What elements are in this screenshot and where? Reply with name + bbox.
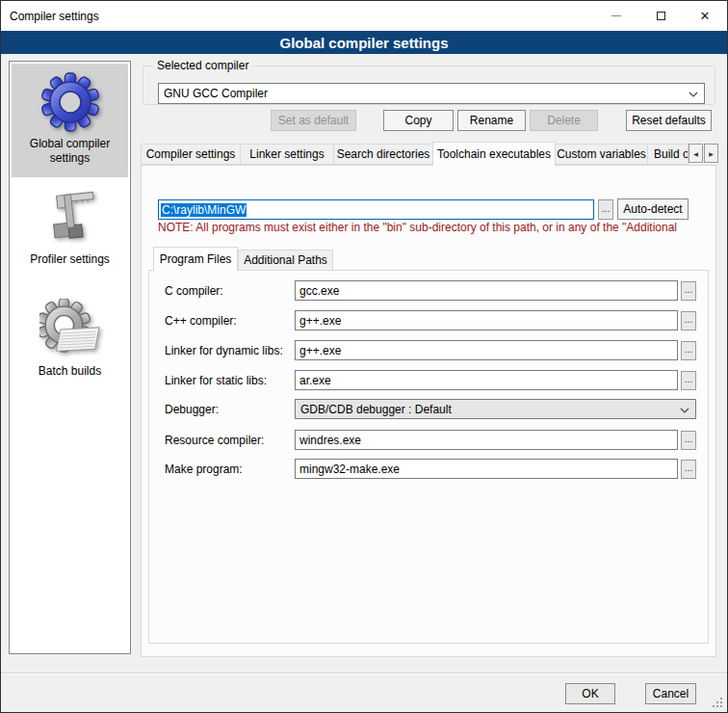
auto-detect-button[interactable]: Auto-detect [617,198,689,220]
sidebar-item-global-compiler-settings[interactable]: Global compiler settings [12,64,128,177]
set-as-default-button[interactable]: Set as default [271,110,356,131]
form-row-static-linker: Linker for static libs: ... [148,370,709,391]
c-compiler-input[interactable] [295,280,678,301]
maximize-button[interactable] [638,1,683,31]
footer-divider [1,673,728,673]
arrow-left-icon: ◀ [693,150,698,157]
selected-compiler-value: GNU GCC Compiler [164,87,268,100]
sidebar-item-profiler-settings[interactable]: Profiler settings [12,177,128,285]
tab-compiler-settings[interactable]: Compiler settings [141,144,241,165]
field-label: C++ compiler: [165,314,237,328]
form-row-c-compiler: C compiler: ... [148,280,709,302]
dynamic-linker-browse-button[interactable]: ... [681,341,696,360]
chevron-down-icon [680,408,689,413]
note-text: NOTE: All programs must exist either in … [158,221,708,236]
selected-compiler-group-label: Selected compiler [153,59,252,72]
sidebar-item-batch-builds[interactable]: Batch builds [12,285,128,410]
ok-button[interactable]: OK [565,683,615,704]
close-button[interactable]: ✕ [683,1,727,31]
make-program-browse-button[interactable]: ... [681,460,696,479]
installation-directory-input[interactable]: C:\raylib\MinGW [158,199,594,220]
minimize-button[interactable] [594,1,638,31]
window-title: Compiler settings [10,10,99,23]
caption-buttons: ✕ [594,1,727,31]
chevron-down-icon [689,92,698,97]
minimize-icon [611,15,621,16]
make-program-input[interactable] [295,459,678,479]
form-row-debugger: Debugger: GDB/CDB debugger : Default [148,399,709,420]
selected-compiler-dropdown[interactable]: GNU GCC Compiler [158,83,705,104]
cpp-compiler-browse-button[interactable]: ... [681,311,696,330]
arrow-right-icon: ▶ [709,150,714,157]
tab-build-options[interactable]: Build options [647,144,689,165]
installation-directory-value: C:\raylib\MinGW [161,203,247,217]
compiler-settings-window: Compiler settings ✕ Global compiler sett… [0,0,728,713]
blue-gear-icon [39,71,101,133]
tab-toolchain-executables[interactable]: Toolchain executables [432,142,556,166]
resource-compiler-input[interactable] [295,430,678,450]
tab-search-directories[interactable]: Search directories [333,144,433,165]
close-icon: ✕ [700,10,711,22]
form-row-dynamic-linker: Linker for dynamic libs: ... [148,340,709,361]
rename-button[interactable]: Rename [457,110,526,131]
caliper-icon [39,187,101,249]
selected-compiler-group: Selected compiler GNU GCC Compiler [143,66,715,105]
sidebar-item-label: Profiler settings [17,252,123,267]
tab-scroll-right-button[interactable]: ▶ [704,144,718,163]
field-label: Linker for dynamic libs: [165,344,283,357]
titlebar: Compiler settings ✕ [1,1,727,31]
resource-compiler-browse-button[interactable]: ... [681,431,696,450]
dialog-header: Global compiler settings [1,31,727,54]
cancel-button[interactable]: Cancel [645,683,696,704]
settings-category-list: Global compiler settings Profiler settin… [9,61,131,654]
dialog-header-title: Global compiler settings [279,35,448,51]
form-row-resource-compiler: Resource compiler: ... [148,430,709,451]
tab-custom-variables[interactable]: Custom variables [555,144,648,165]
tab-scroll-left-button[interactable]: ◀ [689,144,703,163]
directory-browse-button[interactable]: ... [598,199,613,220]
debugger-select[interactable]: GDB/CDB debugger : Default [295,399,696,419]
static-linker-browse-button[interactable]: ... [681,371,696,390]
copy-button[interactable]: Copy [383,110,454,131]
field-label: Resource compiler: [165,434,264,447]
field-label: Make program: [165,462,243,476]
sidebar-item-label: Batch builds [17,364,123,379]
static-linker-input[interactable] [295,370,678,390]
maximize-icon [657,12,665,20]
form-row-cpp-compiler: C++ compiler: ... [148,310,709,331]
c-compiler-browse-button[interactable]: ... [681,281,696,301]
tab-linker-settings[interactable]: Linker settings [240,144,334,165]
reset-defaults-button[interactable]: Reset defaults [626,110,712,131]
dynamic-linker-input[interactable] [295,340,678,360]
subtab-program-files[interactable]: Program Files [153,247,238,271]
subtab-additional-paths[interactable]: Additional Paths [238,250,333,271]
field-label: Linker for static libs: [165,374,267,387]
delete-button[interactable]: Delete [530,110,598,131]
field-label: C compiler: [165,284,223,298]
cpp-compiler-input[interactable] [295,310,678,330]
form-row-make-program: Make program: ... [148,459,709,480]
debugger-value: GDB/CDB debugger : Default [300,403,452,416]
resize-grip-icon[interactable] [720,705,722,707]
gray-gear-papers-icon [39,299,101,360]
field-label: Debugger: [165,403,219,416]
sidebar-item-label: Global compiler settings [17,137,123,166]
